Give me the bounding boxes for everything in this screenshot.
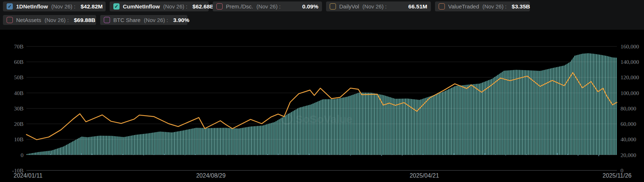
legend-label: CumNetInflow <box>123 3 160 10</box>
left-axis-tick: 60B <box>14 59 23 65</box>
legend-label: Prem./Dsc. <box>226 3 253 10</box>
legend-label: ValueTraded <box>448 3 479 10</box>
right-axis-tick: 80,000 <box>621 105 636 112</box>
legend-value: $62.68B <box>187 3 214 10</box>
legend-date: (Nov 26) : <box>50 3 76 10</box>
x-axis-date: 2025/04/21 <box>410 172 439 179</box>
legend-date: (Nov 26) : <box>361 3 387 10</box>
left-axis-tick: 50B <box>14 74 23 80</box>
legend-item-1dnetinflow[interactable]: ✓1DNetInflow (Nov 26) :$42.82M <box>3 1 106 11</box>
left-axis-tick: 30B <box>14 105 23 112</box>
x-axis-date: 2024/01/11 <box>14 172 43 179</box>
unchecked-checkbox-icon[interactable] <box>7 17 13 23</box>
legend-label: DailyVol <box>339 3 359 10</box>
legend-toolbar: ✓1DNetInflow (Nov 26) :$42.82M✓CumNetInf… <box>0 0 644 30</box>
legend-value: 0.09% <box>297 3 318 10</box>
legend-label: BTC Share <box>113 17 140 23</box>
legend-item-prem-dsc[interactable]: Prem./Dsc. (Nov 26) :0.09% <box>213 1 322 11</box>
right-axis-tick: 140,000 <box>621 59 639 65</box>
left-axis-tick: 0 <box>21 152 23 158</box>
legend-item-btc-share[interactable]: BTC Share (Nov 26) :3.90% <box>100 15 187 25</box>
x-axis-date: 2024/08/29 <box>196 172 226 179</box>
legend-row-1: ✓1DNetInflow (Nov 26) :$42.82M✓CumNetInf… <box>3 1 530 11</box>
unchecked-checkbox-icon[interactable] <box>330 3 336 10</box>
right-axis-tick: 40,000 <box>621 136 636 142</box>
legend-item-netassets[interactable]: NetAssets (Nov 26) :$69.88B <box>3 15 96 25</box>
legend-date: (Nov 26) : <box>481 3 506 10</box>
left-axis-tick: 40B <box>14 90 23 96</box>
x-axis-date: 2025/11/26 <box>603 172 632 179</box>
legend-value: 3.90% <box>168 17 189 23</box>
unchecked-checkbox-icon[interactable] <box>216 3 223 10</box>
unchecked-checkbox-icon[interactable] <box>104 17 110 23</box>
checked-checkbox-icon[interactable]: ✓ <box>113 3 120 10</box>
right-axis-tick: 20,000 <box>621 152 636 158</box>
legend-date: (Nov 26) : <box>43 17 69 23</box>
left-axis-tick: 10B <box>14 136 23 142</box>
right-axis-tick: 120,000 <box>621 74 639 80</box>
left-axis-tick: 70B <box>14 43 23 50</box>
right-axis-tick: 160,000 <box>621 43 639 50</box>
legend-label: NetAssets <box>16 17 41 23</box>
right-axis-tick: 60,000 <box>621 121 636 127</box>
legend-date: (Nov 26) : <box>142 17 168 23</box>
plot-hover-area[interactable] <box>26 37 617 170</box>
legend-row-2: NetAssets (Nov 26) :$69.88BBTC Share (No… <box>3 15 187 25</box>
legend-item-valuetraded[interactable]: ValueTraded (Nov 26) :$3.35B <box>435 1 530 11</box>
legend-item-dailyvol[interactable]: DailyVol (Nov 26) :66.51M <box>326 1 431 11</box>
legend-date: (Nov 26) : <box>162 3 187 10</box>
legend-date: (Nov 26) : <box>255 3 281 10</box>
legend-value: $69.88B <box>69 17 95 23</box>
unchecked-checkbox-icon[interactable] <box>439 3 445 10</box>
legend-label: 1DNetInflow <box>16 3 48 10</box>
legend-value: $3.35B <box>506 3 530 10</box>
legend-item-cumnetinflow[interactable]: ✓CumNetInflow (Nov 26) :$62.68B <box>110 1 209 11</box>
left-axis-tick: 20B <box>14 121 23 127</box>
checked-checkbox-icon[interactable]: ✓ <box>7 3 13 10</box>
legend-value: 66.51M <box>403 3 427 10</box>
legend-value: $42.82M <box>76 3 103 10</box>
right-axis-tick: 100,000 <box>621 90 639 96</box>
